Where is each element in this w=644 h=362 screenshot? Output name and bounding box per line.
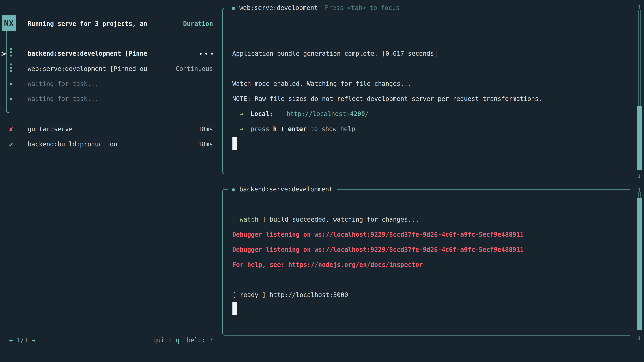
log-line-ready: [ ready ] http://localhost:3000 — [232, 287, 348, 303]
waiting-dot-icon — [10, 83, 12, 85]
help-shortcut-key: ? — [209, 337, 213, 344]
spinner-icon — [10, 63, 12, 72]
shortcut-bar: quit: q help: ? — [109, 333, 213, 348]
task-row-waiting-2[interactable]: Waiting for task... — [28, 91, 98, 106]
page-indicator — [28, 337, 32, 344]
page-indicator — [13, 337, 16, 344]
page-indicator: 1/1 — [17, 337, 28, 344]
terminal-cursor — [232, 137, 237, 150]
log-line-local: →Local:http://localhost:4200/ — [232, 106, 368, 121]
watch-tag: watch — [240, 216, 258, 223]
output-panel-header[interactable]: ●web:serve:developmentPress <tab> to foc… — [228, 0, 404, 15]
local-label: Local: — [250, 110, 273, 117]
output-panel-header[interactable]: ●backend:serve:development — [228, 182, 337, 197]
local-url-link[interactable]: http://localhost:4200/ — [286, 110, 368, 117]
focus-hint: Press <tab> to focus — [325, 0, 400, 15]
quit-shortcut-key: q — [176, 337, 179, 344]
task-success-icon: ✔ — [8, 137, 15, 152]
log-line-debugger-1: Debugger listening on ws://localhost:922… — [232, 227, 524, 242]
terminal-cursor — [232, 302, 237, 315]
task-duration: 18ms — [149, 122, 213, 137]
task-row-guitar-serve[interactable]: guitar:serve — [28, 122, 72, 137]
scrollbar-thumb[interactable] — [637, 106, 642, 170]
scrollbar-down-icon[interactable]: ↓ — [634, 170, 644, 182]
log-line-debugger-2: Debugger listening on ws://localhost:922… — [232, 242, 524, 257]
help-post: to show help — [306, 125, 355, 133]
task-duration: Continuous — [149, 61, 213, 76]
loading-dots-icon — [184, 46, 213, 61]
pagination: ← 1/1 → — [9, 333, 36, 348]
spinner-icon — [10, 48, 12, 56]
nx-logo: NX — [2, 15, 16, 31]
task-row-backend-build[interactable]: backend:build:production — [28, 137, 118, 152]
help-pre: press — [250, 125, 273, 133]
panel-title: web:serve:development — [239, 0, 318, 15]
prev-page-arrow[interactable]: ← — [9, 337, 13, 344]
next-page-arrow[interactable]: → — [32, 337, 36, 344]
help-keys: h + enter — [273, 125, 306, 133]
scrollbar-thumb[interactable] — [637, 198, 642, 330]
task-row-backend-serve[interactable]: backend:serve:development [Pinne — [28, 46, 147, 61]
selection-caret-icon: > — [0, 46, 7, 61]
waiting-dot-icon — [10, 98, 12, 100]
quit-shortcut-label: quit: — [153, 337, 176, 344]
task-row-web-serve[interactable]: web:serve:development [Pinned ou — [28, 61, 147, 76]
scrollbar-down-icon[interactable]: ↓ — [634, 332, 644, 343]
task-row-waiting-1[interactable]: Waiting for task... — [28, 76, 98, 91]
log-line-help-hint: →press h + enter to show help — [232, 121, 355, 137]
panel-status-dot-icon: ● — [232, 182, 235, 197]
panel-status-dot-icon: ● — [232, 0, 235, 15]
log-line-note: NOTE: Raw file sizes do not reflect deve… — [232, 91, 542, 106]
log-line-watch-build: [ watch ] build succeeded, watching for … — [232, 212, 419, 227]
help-shortcut-label: help: — [180, 337, 209, 344]
task-branch-line — [6, 31, 9, 113]
page-title: Running serve for 3 projects, an — [28, 16, 147, 31]
panel-title: backend:serve:development — [239, 182, 333, 197]
nx-tui-screen: NX Running serve for 3 projects, an Dura… — [0, 0, 644, 362]
arrow-right-icon: → — [240, 125, 244, 133]
arrow-right-icon: → — [240, 110, 244, 117]
task-failed-icon: ✘ — [8, 122, 15, 137]
log-line-bundle: Application bundle generation complete. … — [232, 46, 438, 61]
log-line-watch-mode: Watch mode enabled. Watching for file ch… — [232, 76, 412, 91]
log-line-inspector-help: For help, see: https://nodejs.org/en/doc… — [232, 257, 423, 272]
duration-column-header: Duration — [149, 16, 213, 31]
task-duration: 18ms — [149, 137, 213, 152]
